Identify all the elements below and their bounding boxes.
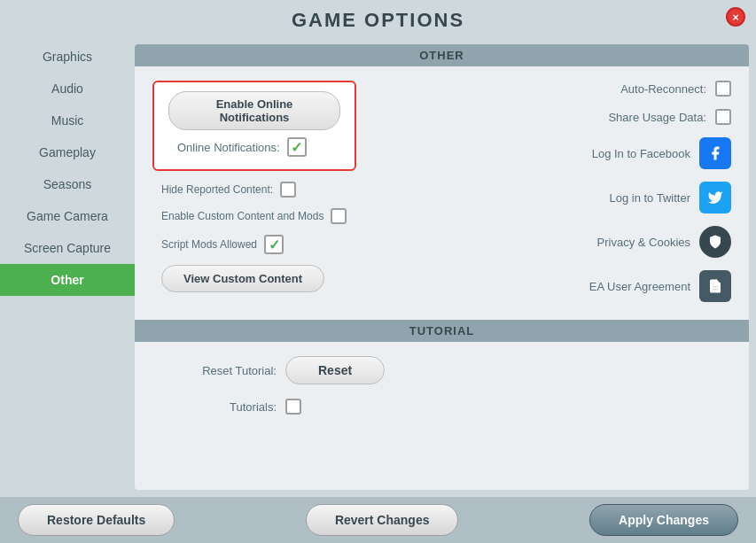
notifications-box: Enable Online Notifications Online Notif… [152, 81, 356, 171]
main-area: Graphics Audio Music Gameplay Seasons Ga… [0, 37, 756, 497]
view-custom-button[interactable]: View Custom Content [161, 265, 324, 292]
other-section-body: Enable Online Notifications Online Notif… [135, 66, 749, 316]
revert-changes-button[interactable]: Revert Changes [306, 504, 459, 536]
sidebar-item-seasons[interactable]: Seasons [0, 168, 135, 200]
game-options-window: Game Options × Graphics Audio Music Game… [0, 0, 756, 543]
script-mods-row: Script Mods Allowed [152, 235, 284, 254]
tutorial-section-body: Reset Tutorial: Reset Tutorials: [135, 342, 749, 429]
twitter-button[interactable] [699, 182, 731, 213]
restore-defaults-button[interactable]: Restore Defaults [18, 504, 175, 536]
sidebar-item-game-camera[interactable]: Game Camera [0, 200, 135, 232]
sidebar-item-gameplay[interactable]: Gameplay [0, 136, 135, 168]
bottom-bar: Restore Defaults Revert Changes Apply Ch… [0, 497, 756, 543]
online-notif-checkbox[interactable] [287, 137, 307, 157]
tutorials-label: Tutorials: [161, 400, 277, 414]
facebook-label: Log In to Facebook [592, 147, 690, 160]
tutorials-row: Tutorials: [161, 399, 722, 415]
twitter-label: Log in to Twitter [609, 191, 690, 205]
facebook-row: Log In to Facebook [460, 137, 732, 169]
reset-tutorial-button[interactable]: Reset [285, 356, 385, 384]
auto-reconnect-label: Auto-Reconnect: [620, 82, 706, 96]
sidebar-item-audio[interactable]: Audio [0, 73, 135, 105]
hide-reported-checkbox[interactable] [280, 182, 296, 198]
sidebar-item-graphics[interactable]: Graphics [0, 41, 135, 73]
privacy-label: Privacy & Cookies [597, 236, 690, 249]
auto-reconnect-row: Auto-Reconnect: [460, 81, 732, 97]
hide-reported-label: Hide Reported Content: [161, 183, 273, 196]
left-column: Enable Online Notifications Online Notif… [152, 81, 425, 302]
facebook-button[interactable] [699, 137, 731, 169]
ea-agreement-label: EA User Agreement [589, 280, 690, 293]
online-notif-row: Online Notifications: [177, 137, 340, 157]
sidebar: Graphics Audio Music Gameplay Seasons Ga… [0, 37, 135, 497]
apply-changes-button[interactable]: Apply Changes [589, 504, 738, 536]
title-bar: Game Options × [0, 0, 756, 37]
twitter-row: Log in to Twitter [460, 182, 732, 213]
enable-custom-label: Enable Custom Content and Mods [161, 210, 323, 222]
content-area: Other Enable Online Notifications Online… [135, 44, 749, 490]
other-section-header: Other [135, 44, 749, 66]
reset-tutorial-label: Reset Tutorial: [161, 364, 277, 377]
script-mods-label: Script Mods Allowed [161, 238, 257, 251]
enable-custom-checkbox[interactable] [331, 208, 347, 224]
sidebar-item-screen-capture[interactable]: Screen Capture [0, 232, 135, 264]
online-notif-label: Online Notifications: [177, 141, 280, 154]
ea-agreement-button[interactable] [699, 270, 731, 302]
close-button[interactable]: × [726, 7, 745, 27]
script-mods-checkbox[interactable] [264, 235, 284, 254]
share-usage-checkbox[interactable] [715, 109, 731, 125]
ea-agreement-row: EA User Agreement [460, 270, 732, 302]
enable-custom-row: Enable Custom Content and Mods [152, 208, 347, 224]
right-column: Auto-Reconnect: Share Usage Data: Log In… [442, 81, 732, 302]
privacy-row: Privacy & Cookies [460, 226, 732, 258]
privacy-button[interactable] [699, 226, 731, 258]
tutorials-checkbox[interactable] [285, 399, 301, 415]
page-title: Game Options [0, 9, 756, 32]
hide-reported-row: Hide Reported Content: [152, 182, 296, 198]
share-usage-row: Share Usage Data: [460, 109, 732, 125]
share-usage-label: Share Usage Data: [608, 111, 706, 124]
auto-reconnect-checkbox[interactable] [715, 81, 731, 97]
enable-notif-button[interactable]: Enable Online Notifications [168, 91, 340, 130]
sidebar-item-music[interactable]: Music [0, 105, 135, 136]
tutorial-section: Tutorial Reset Tutorial: Reset Tutorials… [135, 320, 749, 429]
reset-tutorial-row: Reset Tutorial: Reset [161, 356, 722, 384]
sidebar-item-other[interactable]: Other [0, 264, 135, 296]
tutorial-section-header: Tutorial [135, 320, 749, 342]
